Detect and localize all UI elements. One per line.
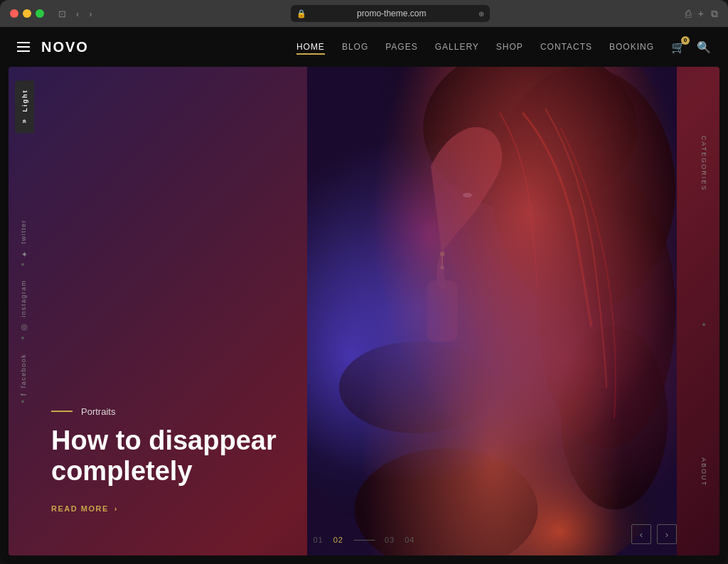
- twitter-icon: ✦: [18, 249, 28, 259]
- twitter-link[interactable]: ✦ twitter: [9, 212, 38, 273]
- tabs-btn[interactable]: ⧉: [711, 8, 718, 20]
- nav-pages[interactable]: PAGES: [385, 42, 417, 52]
- portrait-lighting: [307, 67, 677, 555]
- category-text: Portraits: [81, 406, 115, 417]
- sidebar-dot: [702, 323, 705, 326]
- facebook-label: facebook: [20, 354, 27, 389]
- slide-indicator-4[interactable]: 04: [405, 536, 414, 544]
- menu-line-2: [17, 46, 30, 48]
- search-button[interactable]: 🔍: [697, 40, 711, 54]
- facebook-link[interactable]: f facebook: [9, 347, 38, 410]
- prev-slide-btn[interactable]: ‹: [631, 524, 651, 544]
- hero-portrait: [307, 67, 677, 555]
- site-logo[interactable]: NOVO: [41, 39, 89, 55]
- website-content: NOVO HOME BLOG PAGES GALLERY SHOP CONTAC…: [0, 27, 728, 564]
- site-nav: HOME BLOG PAGES GALLERY SHOP CONTACTS BO…: [296, 42, 654, 52]
- instagram-label: instagram: [20, 280, 27, 318]
- slide-indicator-line: [353, 540, 375, 541]
- menu-line-1: [17, 42, 30, 43]
- facebook-dot: [22, 400, 25, 403]
- maximize-button[interactable]: [36, 9, 44, 18]
- slide-indicator-3[interactable]: 03: [385, 536, 395, 544]
- nav-contacts[interactable]: CONTACTS: [540, 42, 592, 52]
- browser-controls: ⊡ ‹ ›: [55, 7, 95, 21]
- slide-indicator-1[interactable]: 01: [314, 536, 323, 544]
- cart-badge: 0: [681, 36, 690, 45]
- slide-nav: ‹ ›: [631, 524, 677, 544]
- browser-actions: ⎙ + ⧉: [685, 8, 718, 20]
- cart-button[interactable]: 🛒 0: [671, 40, 685, 54]
- traffic-lights: [10, 9, 44, 18]
- nav-gallery[interactable]: GALLERY: [435, 42, 479, 52]
- address-bar: 🔒 ⊕: [115, 5, 665, 22]
- light-toggle[interactable]: « Light: [15, 81, 34, 134]
- nav-booking[interactable]: BOOKING: [609, 42, 654, 52]
- light-label: Light: [21, 90, 28, 112]
- hero-section: « Light ✦ twitter ◎ instagram: [9, 67, 719, 555]
- hamburger-menu[interactable]: [17, 42, 30, 52]
- close-button[interactable]: [10, 9, 18, 18]
- left-sidebar: « Light ✦ twitter ◎ instagram: [9, 67, 40, 555]
- instagram-link[interactable]: ◎ instagram: [9, 273, 38, 347]
- right-sidebar: CATEGORIES ABOUT: [688, 67, 719, 555]
- nav-shop[interactable]: SHOP: [496, 42, 523, 52]
- instagram-icon: ◎: [18, 322, 28, 332]
- slide-indicator-2[interactable]: 02: [333, 536, 343, 544]
- twitter-dot: [22, 263, 25, 266]
- browser-window: ⊡ ‹ › 🔒 ⊕ ⎙ + ⧉ NOVO H: [0, 0, 728, 564]
- next-slide-btn[interactable]: ›: [657, 524, 677, 544]
- new-tab-btn[interactable]: +: [698, 8, 704, 19]
- nav-blog[interactable]: BLOG: [342, 42, 368, 52]
- sidebar-toggle-btn[interactable]: ⊡: [55, 7, 69, 21]
- url-input[interactable]: [309, 9, 474, 18]
- hero-title: How to disappear completely: [51, 425, 321, 487]
- about-label[interactable]: ABOUT: [695, 452, 713, 492]
- minimize-button[interactable]: [23, 9, 31, 18]
- share-btn[interactable]: ⎙: [685, 8, 691, 19]
- url-bar[interactable]: 🔒 ⊕: [291, 5, 490, 22]
- cta-arrow-icon: ›: [114, 504, 118, 513]
- hero-content: Portraits How to disappear completely RE…: [51, 406, 321, 513]
- instagram-dot: [22, 337, 25, 340]
- cta-text: READ MORE: [51, 504, 109, 513]
- nav-home[interactable]: HOME: [296, 42, 325, 52]
- categories-label[interactable]: CATEGORIES: [695, 130, 713, 197]
- slide-indicators: 01 02 03 04: [314, 536, 415, 544]
- menu-line-3: [17, 50, 30, 52]
- forward-btn[interactable]: ›: [86, 7, 95, 21]
- facebook-icon: f: [19, 392, 28, 396]
- twitter-label: twitter: [20, 219, 27, 244]
- nav-icons: 🛒 0 🔍: [671, 40, 711, 54]
- hero-cta[interactable]: READ MORE ›: [51, 504, 321, 513]
- back-btn[interactable]: ‹: [73, 7, 82, 21]
- social-links: ✦ twitter ◎ instagram f facebook: [9, 212, 38, 410]
- category-line: [51, 411, 73, 412]
- browser-titlebar: ⊡ ‹ › 🔒 ⊕ ⎙ + ⧉: [0, 0, 728, 27]
- site-header: NOVO HOME BLOG PAGES GALLERY SHOP CONTAC…: [0, 27, 728, 67]
- light-arrows-icon: «: [21, 119, 28, 125]
- hero-category: Portraits: [51, 406, 321, 417]
